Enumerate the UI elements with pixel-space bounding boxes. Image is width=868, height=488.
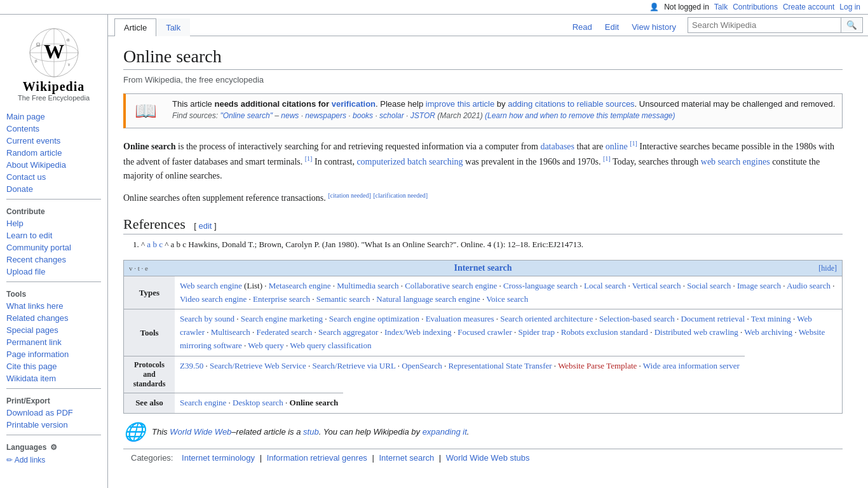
sidebar-item-donate[interactable]: Donate [0, 183, 107, 195]
navbox-title-link[interactable]: Internet search [454, 263, 512, 273]
sidebar-item-random-article[interactable]: Random article [0, 147, 107, 159]
ambox-find-link[interactable]: "Online search" [220, 111, 273, 120]
category-internet-search[interactable]: Internet search [379, 453, 434, 463]
citation-needed-link[interactable]: [citation needed] [328, 192, 370, 199]
sidebar-item-cite-this-page[interactable]: Cite this page [0, 360, 107, 372]
online-link[interactable]: online [606, 142, 628, 151]
sidebar-item-main-page[interactable]: Main page [0, 111, 107, 123]
sidebar-item-special-pages[interactable]: Special pages [0, 324, 107, 336]
search-aggregator-link[interactable]: Search aggregator [318, 327, 378, 337]
world-wide-web-link[interactable]: World Wide Web [170, 427, 231, 437]
category-information-retrieval-genres[interactable]: Information retrieval genres [267, 453, 367, 463]
category-internet-terminology[interactable]: Internet terminology [182, 453, 255, 463]
index-web-indexing-link[interactable]: Index/Web indexing [384, 327, 451, 337]
sidebar-item-upload-file[interactable]: Upload file [0, 266, 107, 278]
expanding-it-link[interactable]: expanding it [423, 427, 467, 437]
audio-search-link[interactable]: Audio search [787, 281, 831, 290]
gear-icon[interactable]: ⚙ [50, 443, 57, 452]
tab-action-read[interactable]: Read [566, 18, 599, 36]
sru-link[interactable]: Search/Retrieve Web Service [210, 361, 306, 370]
ambox-books-link[interactable]: books [353, 111, 373, 120]
web-search-engine-link[interactable]: Web search engine [180, 281, 242, 290]
sruvia-link[interactable]: Search/Retrieve via URL [312, 361, 395, 370]
web-query-classification-link[interactable]: Web query classification [290, 341, 371, 350]
ref-1c-link[interactable]: [1] [603, 155, 611, 162]
opensearch-link[interactable]: OpenSearch [402, 361, 442, 370]
wais-link[interactable]: Wide area information server [643, 361, 740, 370]
category-world-wide-web-stubs[interactable]: World Wide Web stubs [446, 453, 530, 463]
text-mining-link[interactable]: Text mining [751, 314, 791, 323]
add-links-link[interactable]: ✏ Add links [6, 456, 45, 464]
references-edit-anchor[interactable]: edit [198, 221, 212, 231]
ambox-learn-link[interactable]: (Learn how and when to remove this templ… [485, 111, 675, 120]
sidebar-item-help[interactable]: Help [0, 217, 107, 229]
web-archiving-link[interactable]: Web archiving [744, 327, 792, 337]
ambox-verification-link[interactable]: verification [332, 99, 376, 109]
sidebar-item-about-wikipedia[interactable]: About Wikipedia [0, 159, 107, 171]
web-query-link[interactable]: Web query [248, 341, 283, 350]
ambox-newspapers-link[interactable]: newspapers [305, 111, 346, 120]
sidebar-item-community-portal[interactable]: Community portal [0, 241, 107, 254]
contributions-link[interactable]: Contributions [733, 3, 778, 11]
ref-b-link[interactable]: b [153, 240, 157, 249]
vertical-search-link[interactable]: Vertical search [632, 281, 681, 290]
seo-link[interactable]: Search engine optimization [329, 314, 419, 323]
talk-link[interactable]: Talk [714, 3, 728, 11]
distributed-web-crawling-link[interactable]: Distributed web crawling [654, 327, 738, 337]
selection-based-search-link[interactable]: Selection-based search [599, 314, 675, 323]
ambox-scholar-link[interactable]: scholar [379, 111, 404, 120]
ref-1a-link[interactable]: [1] [630, 140, 637, 147]
collaborative-search-link[interactable]: Collaborative search engine [405, 281, 497, 290]
sidebar-item-contents[interactable]: Contents [0, 123, 107, 135]
nlp-search-link[interactable]: Natural language search engine [376, 294, 480, 304]
z3950-link[interactable]: Z39.50 [180, 361, 203, 370]
search-input[interactable] [688, 18, 841, 32]
search-engine-link[interactable]: Search engine [180, 398, 226, 407]
ambox-improve-link[interactable]: improve this article [426, 99, 494, 109]
sidebar-item-wikidata-item[interactable]: Wikidata item [0, 372, 107, 384]
rest-link[interactable]: Representational State Transfer [448, 361, 552, 370]
navbox-hide-link[interactable]: [hide] [818, 263, 837, 273]
video-search-engine-link[interactable]: Video search engine [180, 294, 247, 304]
semantic-search-link[interactable]: Semantic search [316, 294, 370, 304]
sidebar-item-download-pdf[interactable]: Download as PDF [0, 407, 107, 419]
search-by-sound-link[interactable]: Search by sound [180, 314, 234, 323]
add-languages[interactable]: ✏ Add links [0, 453, 107, 467]
clarification-needed-link[interactable]: [clarification needed] [373, 192, 428, 199]
batch-searching-link[interactable]: computerized batch searching [356, 157, 463, 166]
multimedia-search-link[interactable]: Multimedia search [337, 281, 398, 290]
enterprise-search-link[interactable]: Enterprise search [253, 294, 310, 304]
create-account-link[interactable]: Create account [783, 3, 834, 11]
tab-article[interactable]: Article [114, 18, 156, 36]
sidebar-item-related-changes[interactable]: Related changes [0, 312, 107, 324]
sidebar-item-recent-changes[interactable]: Recent changes [0, 254, 107, 266]
web-search-engines-link[interactable]: web search engines [701, 157, 770, 166]
sidebar-item-permanent-link[interactable]: Permanent link [0, 336, 107, 348]
tab-talk[interactable]: Talk [156, 18, 190, 36]
document-retrieval-link[interactable]: Document retrieval [681, 314, 745, 323]
tab-action-view-history[interactable]: View history [625, 18, 682, 36]
cross-language-link[interactable]: Cross-language search [503, 281, 578, 290]
focused-crawler-link[interactable]: Focused crawler [458, 327, 512, 337]
ref-a-link[interactable]: a [147, 240, 151, 249]
sidebar-item-learn-to-edit[interactable]: Learn to edit [0, 229, 107, 241]
stub-link[interactable]: stub [303, 427, 319, 437]
ref-1b-link[interactable]: [1] [305, 155, 313, 162]
ref-c-link[interactable]: c [159, 240, 163, 249]
sidebar-item-printable-version[interactable]: Printable version [0, 419, 107, 431]
ambox-jstor-link[interactable]: JSTOR [410, 111, 435, 120]
sidebar-item-current-events[interactable]: Current events [0, 135, 107, 147]
evaluation-measures-link[interactable]: Evaluation measures [426, 314, 494, 323]
sidebar-item-what-links-here[interactable]: What links here [0, 300, 107, 312]
social-search-link[interactable]: Social search [687, 281, 731, 290]
log-in-link[interactable]: Log in [839, 3, 860, 11]
ambox-adding-link[interactable]: adding citations to reliable sources [508, 99, 634, 109]
desktop-search-link[interactable]: Desktop search [233, 398, 283, 407]
metasearch-engine-link[interactable]: Metasearch engine [269, 281, 331, 290]
search-engine-marketing-link[interactable]: Search engine marketing [241, 314, 323, 323]
robots-exclusion-link[interactable]: Robots exclusion standard [561, 327, 648, 337]
search-oriented-architecture-link[interactable]: Search oriented architecture [500, 314, 593, 323]
databases-link[interactable]: databases [540, 142, 574, 151]
voice-search-link[interactable]: Voice search [486, 294, 528, 304]
image-search-link[interactable]: Image search [737, 281, 781, 290]
